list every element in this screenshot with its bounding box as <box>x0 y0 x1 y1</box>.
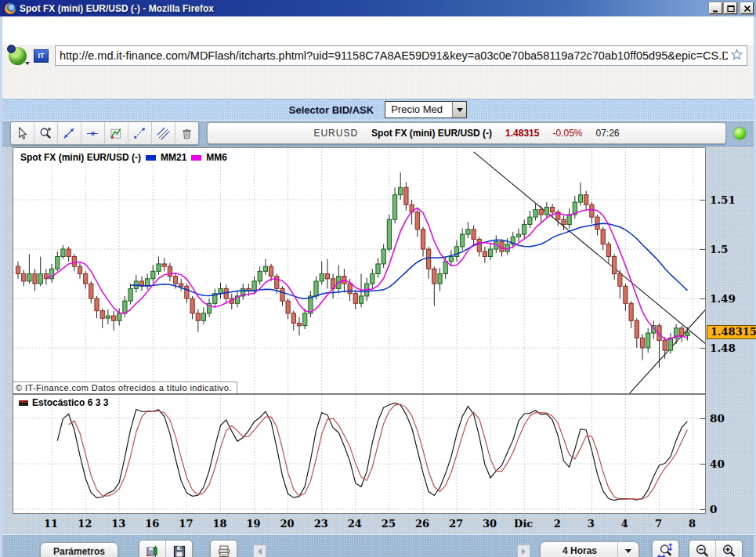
arrow-left-icon <box>258 548 262 555</box>
copyright-notice: © IT-Finance.com Datos ofrecidos a títul… <box>13 382 237 393</box>
stoch-axis-tick <box>700 509 706 510</box>
timeframe-select[interactable]: 4 Horas <box>540 541 639 557</box>
date-axis-label: 17 <box>179 518 193 530</box>
date-axis-label: 18 <box>212 518 226 530</box>
stochastic-chart[interactable] <box>13 395 705 513</box>
price-axis-tick <box>700 249 706 250</box>
parametros-button[interactable]: Parámetros <box>40 542 118 557</box>
zoom-out-button[interactable] <box>689 541 716 557</box>
price-axis-label: 1.5 <box>710 243 729 255</box>
drawing-tools <box>10 121 199 145</box>
date-axis-label: 24 <box>348 518 362 530</box>
browser-chrome: IT <box>2 45 754 99</box>
timeframe-dropdown-button[interactable] <box>617 542 638 557</box>
last-price-tag: 1.48315 <box>707 325 756 339</box>
date-axis-label: 13 <box>111 518 125 530</box>
horizontal-line-tool-button[interactable] <box>81 122 105 144</box>
arrow-right-icon <box>522 548 526 555</box>
price-axis-tick <box>700 298 706 299</box>
url-input[interactable] <box>60 49 728 62</box>
mm6-label: MM6 <box>206 152 227 163</box>
stochastic-panel[interactable]: Estocástico 6 3 3 <box>13 394 706 514</box>
quote-time: 07:26 <box>596 128 620 139</box>
address-bar[interactable] <box>55 45 747 66</box>
mm21-swatch-icon <box>146 155 156 161</box>
window-frame: IT Selector BID/ASK Precio Med <box>0 16 756 557</box>
date-axis-label: 4 <box>621 518 628 530</box>
mm6-swatch-icon <box>191 155 201 161</box>
stochastic-legend-label: Estocástico 6 3 3 <box>32 397 108 408</box>
stoch-axis-tick <box>700 418 706 419</box>
stoch-axis-label: 40 <box>710 458 725 470</box>
date-axis-label: 25 <box>382 518 396 530</box>
minimize-button[interactable] <box>709 2 722 14</box>
date-axis-label: 30 <box>483 518 497 530</box>
segment-tool-button[interactable] <box>128 122 152 144</box>
price-chart-panel[interactable]: Spot FX (mini) EUR/USD (-) MM21 MM6 © IT… <box>13 147 706 394</box>
bookmark-star-icon[interactable] <box>731 49 743 63</box>
chart-region: Spot FX (mini) EUR/USD (-) MM21 MM6 © IT… <box>2 146 754 534</box>
stoch-axis-label: 0 <box>710 503 717 515</box>
candlestick-chart[interactable] <box>13 148 705 393</box>
scroll-right-button[interactable] <box>517 544 530 557</box>
save-button[interactable] <box>166 541 192 557</box>
indicator-tool-button[interactable] <box>105 122 128 144</box>
nav-bar: IT <box>9 45 747 67</box>
date-axis-label: 2 <box>554 518 561 530</box>
firefox-icon <box>5 3 16 14</box>
zoom-fit-button[interactable] <box>653 541 678 557</box>
quote-symbol: EURUSD <box>313 128 358 139</box>
bottom-toolbar: Parámetros 4 Horas <box>2 534 754 557</box>
close-button[interactable] <box>740 2 754 14</box>
date-axis-label: 26 <box>415 518 429 530</box>
selector-bar: Selector BID/ASK Precio Med <box>2 99 754 120</box>
date-axis-label: 16 <box>145 518 159 530</box>
price-type-select[interactable]: Precio Med <box>385 101 467 118</box>
trendline-tool-button[interactable] <box>58 122 81 144</box>
mm21-label: MM21 <box>161 152 186 163</box>
date-axis-label: 20 <box>280 518 295 530</box>
date-axis-label: 12 <box>78 518 92 530</box>
chart-toolbar: EURUSD Spot FX (mini) EUR/USD (-) 1.4831… <box>2 120 754 146</box>
chevron-down-icon <box>625 549 631 553</box>
browser-logo-icon[interactable] <box>9 47 27 65</box>
stoch-axis-tick <box>700 464 706 465</box>
quote-name: Spot FX (mini) EUR/USD (-) <box>371 128 492 139</box>
connection-status-icon <box>734 128 746 139</box>
maximize-button[interactable] <box>724 2 737 14</box>
date-axis-label: Dic <box>514 518 533 530</box>
date-axis-label: 23 <box>314 518 328 530</box>
titlebar[interactable]: Spot FX (mini) EUR/USD (-) - Mozilla Fir… <box>0 0 756 16</box>
zoom-in-button[interactable] <box>716 541 742 557</box>
price-axis-tick <box>700 200 706 201</box>
price-axis-label: 1.51 <box>710 194 736 206</box>
timeframe-value: 4 Horas <box>541 542 617 557</box>
date-axis-label: 11 <box>44 518 58 530</box>
quote-bar: EURUSD Spot FX (mini) EUR/USD (-) 1.4831… <box>207 122 726 144</box>
select-dropdown-button[interactable] <box>452 102 466 118</box>
zoom-pill <box>689 540 743 557</box>
selector-label: Selector BID/ASK <box>289 104 374 116</box>
parallel-lines-tool-button[interactable] <box>152 122 175 144</box>
save-buttons <box>139 540 193 557</box>
price-type-value: Precio Med <box>385 102 452 118</box>
window-title: Spot FX (mini) EUR/USD (-) - Mozilla Fir… <box>20 3 707 14</box>
delete-tool-button[interactable] <box>175 122 198 144</box>
date-axis-label: 8 <box>689 518 696 530</box>
chevron-down-icon <box>457 108 463 112</box>
chart-legend-title: Spot FX (mini) EUR/USD (-) <box>20 152 141 163</box>
zoom-fit-pill <box>652 540 679 557</box>
stoch-axis-label: 80 <box>710 412 725 425</box>
print-button[interactable] <box>211 541 237 557</box>
quote-change: -0.05% <box>552 128 582 139</box>
date-axis-label: 19 <box>247 518 261 530</box>
zoom-tool-button[interactable] <box>34 122 58 144</box>
quote-price: 1.48315 <box>505 128 539 139</box>
scroll-left-button[interactable] <box>253 544 266 557</box>
pointer-tool-button[interactable] <box>11 122 34 144</box>
chart-legend: Spot FX (mini) EUR/USD (-) MM21 MM6 <box>18 152 230 163</box>
save-chart-button[interactable] <box>139 541 166 557</box>
site-favicon: IT <box>34 49 49 63</box>
stochastic-swatch-icon <box>19 400 28 406</box>
price-axis-label: 1.48 <box>710 342 736 354</box>
